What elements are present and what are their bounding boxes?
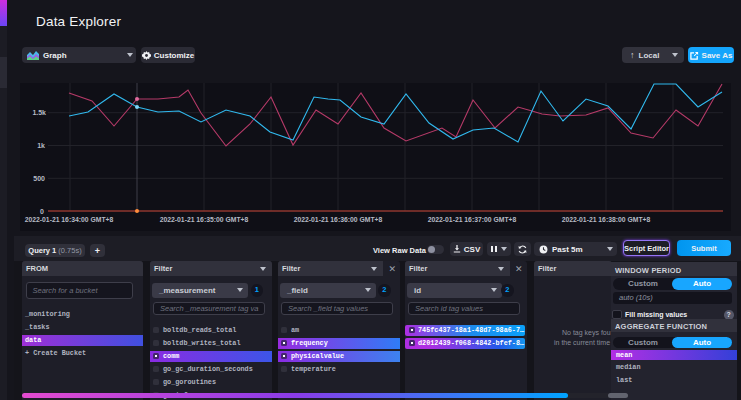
svg-text:2022-01-21 16:38:00 GMT+8: 2022-01-21 16:38:00 GMT+8 <box>562 216 651 223</box>
svg-text:0: 0 <box>40 208 44 215</box>
svg-text:500: 500 <box>33 175 45 182</box>
svg-text:2022-01-21 16:35:00 GMT+8: 2022-01-21 16:35:00 GMT+8 <box>160 216 249 223</box>
svg-text:1k: 1k <box>37 142 45 149</box>
svg-text:1.5k: 1.5k <box>32 109 46 116</box>
svg-text:2022-01-21 16:36:00 GMT+8: 2022-01-21 16:36:00 GMT+8 <box>294 216 383 223</box>
svg-text:2022-01-21 16:34:00 GMT+8: 2022-01-21 16:34:00 GMT+8 <box>25 216 114 223</box>
svg-text:2022-01-21 16:37:00 GMT+8: 2022-01-21 16:37:00 GMT+8 <box>428 216 517 223</box>
